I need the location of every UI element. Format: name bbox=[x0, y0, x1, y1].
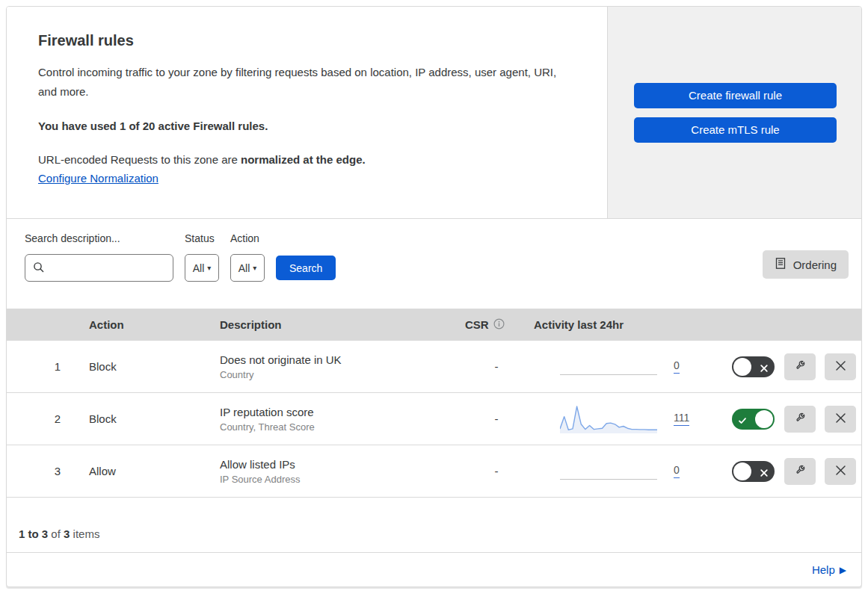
search-label: Search description... bbox=[25, 232, 173, 244]
delete-rule-button[interactable] bbox=[825, 353, 856, 380]
rule-description-title: Does not originate in UK bbox=[220, 353, 459, 366]
create-mtls-rule-button[interactable]: Create mTLS rule bbox=[634, 117, 837, 143]
info-icon[interactable] bbox=[493, 318, 505, 332]
status-label: Status bbox=[185, 232, 219, 244]
delete-rule-button[interactable] bbox=[825, 458, 856, 485]
help-arrow-icon: ▶ bbox=[840, 565, 846, 575]
close-icon bbox=[835, 360, 846, 374]
rule-description-cell: Does not originate in UK Country bbox=[205, 353, 459, 380]
usage-note: You have used 1 of 20 active Firewall ru… bbox=[38, 120, 576, 132]
rule-controls-cell bbox=[724, 353, 861, 380]
table-row: 1 Block Does not originate in UK Country… bbox=[7, 341, 861, 393]
action-dropdown-value: All bbox=[238, 262, 250, 274]
delete-rule-button[interactable] bbox=[825, 406, 856, 433]
create-firewall-rule-button[interactable]: Create firewall rule bbox=[634, 83, 837, 108]
action-dropdown[interactable]: All ▾ bbox=[230, 254, 265, 282]
rule-activity-cell: 0 bbox=[534, 351, 724, 383]
items-range-text: 1 to 3 of 3 items bbox=[19, 527, 99, 540]
rule-csr-value: - bbox=[459, 412, 534, 425]
close-icon bbox=[835, 412, 846, 426]
table-row: 2 Block IP reputation score Country, Thr… bbox=[7, 393, 861, 445]
column-header-csr: CSR bbox=[459, 318, 534, 332]
activity-count-link[interactable]: 111 bbox=[674, 412, 689, 426]
search-box bbox=[25, 254, 173, 282]
configure-normalization-link[interactable]: Configure Normalization bbox=[38, 172, 158, 185]
help-bar: Help ▶ bbox=[7, 552, 861, 587]
edit-rule-button[interactable] bbox=[784, 353, 816, 380]
rule-priority: 2 bbox=[7, 412, 74, 425]
ordering-button[interactable]: Ordering bbox=[763, 250, 849, 279]
csr-header-label: CSR bbox=[465, 318, 489, 331]
check-icon bbox=[738, 415, 747, 427]
search-icon bbox=[33, 262, 45, 276]
action-label: Action bbox=[230, 232, 265, 244]
search-button-group: Search bbox=[276, 232, 336, 280]
rule-description-title: IP reputation score bbox=[220, 406, 459, 418]
rule-description-fields: Country bbox=[220, 369, 459, 380]
normalization-prefix: URL-encoded Requests to this zone are bbox=[38, 153, 241, 166]
rule-enabled-toggle[interactable] bbox=[732, 461, 775, 482]
x-icon bbox=[760, 362, 769, 375]
rule-csr-value: - bbox=[459, 360, 534, 373]
activity-sparkline-flat bbox=[560, 456, 657, 487]
table-row: 3 Allow Allow listed IPs IP Source Addre… bbox=[7, 445, 861, 498]
column-header-activity: Activity last 24hr bbox=[534, 318, 724, 331]
table-header-row: Action Description CSR Activity last 24h… bbox=[7, 309, 861, 341]
status-dropdown[interactable]: All ▾ bbox=[185, 254, 219, 282]
toggle-knob bbox=[733, 462, 751, 480]
rule-controls-cell bbox=[724, 406, 861, 433]
toggle-knob bbox=[733, 358, 751, 376]
wrench-icon bbox=[792, 410, 807, 427]
status-filter-group: Status All ▾ bbox=[185, 232, 219, 282]
rule-enabled-toggle[interactable] bbox=[732, 409, 775, 430]
filter-bar: Search description... Status All ▾ Actio… bbox=[7, 219, 861, 309]
help-label: Help bbox=[812, 563, 835, 576]
status-dropdown-value: All bbox=[193, 262, 205, 274]
column-header-action: Action bbox=[74, 318, 205, 331]
items-range: 1 to 3 bbox=[19, 527, 48, 540]
rule-description-fields: Country, Threat Score bbox=[220, 421, 459, 433]
items-total: 3 bbox=[64, 527, 70, 540]
activity-sparkline-chart bbox=[560, 403, 657, 435]
chevron-down-icon: ▾ bbox=[207, 264, 211, 272]
rule-description-fields: IP Source Address bbox=[220, 474, 459, 485]
column-header-description: Description bbox=[205, 318, 459, 331]
rule-priority: 3 bbox=[7, 465, 74, 477]
x-icon bbox=[760, 467, 769, 480]
rule-activity-cell: 0 bbox=[534, 456, 724, 487]
items-of: of bbox=[51, 527, 61, 540]
table-footer: 1 to 3 of 3 items bbox=[7, 498, 861, 552]
rule-priority: 1 bbox=[7, 360, 74, 373]
edit-rule-button[interactable] bbox=[784, 458, 816, 485]
rule-controls-cell bbox=[724, 458, 861, 485]
rule-activity-cell: 111 bbox=[534, 403, 724, 435]
header-section: Firewall rules Control incoming traffic … bbox=[7, 7, 861, 219]
rule-action: Block bbox=[74, 412, 205, 425]
search-group: Search description... bbox=[25, 232, 173, 282]
rule-action: Allow bbox=[74, 465, 205, 477]
ordering-button-label: Ordering bbox=[793, 259, 837, 271]
ordering-list-icon bbox=[775, 257, 787, 272]
wrench-icon bbox=[792, 462, 807, 480]
action-filter-group: Action All ▾ bbox=[230, 232, 265, 282]
activity-sparkline-flat bbox=[560, 351, 657, 383]
help-link[interactable]: Help ▶ bbox=[812, 563, 846, 576]
rule-csr-value: - bbox=[459, 465, 534, 477]
activity-count-link[interactable]: 0 bbox=[674, 359, 680, 374]
header-text-block: Firewall rules Control incoming traffic … bbox=[7, 7, 608, 218]
search-button[interactable]: Search bbox=[276, 256, 336, 280]
items-word: items bbox=[73, 527, 100, 540]
search-input[interactable] bbox=[25, 254, 173, 282]
activity-count-link[interactable]: 0 bbox=[674, 464, 680, 478]
actions-panel: Create firewall rule Create mTLS rule bbox=[608, 7, 861, 218]
toggle-knob bbox=[755, 410, 773, 428]
firewall-rules-card: Firewall rules Control incoming traffic … bbox=[6, 6, 862, 587]
rule-description-cell: IP reputation score Country, Threat Scor… bbox=[205, 406, 459, 433]
wrench-icon bbox=[792, 358, 807, 375]
normalization-note: URL-encoded Requests to this zone are no… bbox=[38, 153, 576, 166]
rule-description-cell: Allow listed IPs IP Source Address bbox=[205, 458, 459, 485]
edit-rule-button[interactable] bbox=[784, 406, 816, 433]
close-icon bbox=[835, 465, 846, 478]
rule-enabled-toggle[interactable] bbox=[732, 356, 775, 377]
chevron-down-icon: ▾ bbox=[253, 264, 256, 272]
